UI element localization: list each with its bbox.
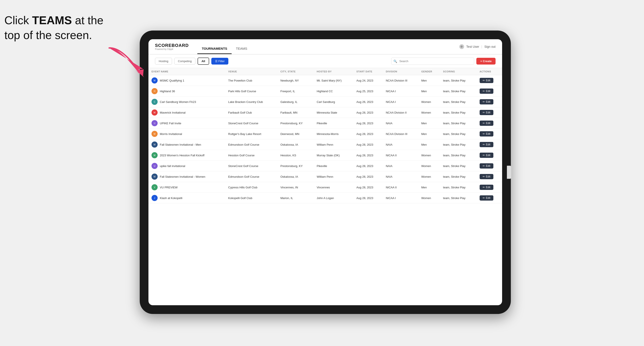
cell-venue-3: Faribault Golf Club [225,107,277,118]
cell-city-10: Vincennes, IN [277,182,314,193]
table-row: M 2023 Women's Hesston Fall Kickoff Hess… [148,150,502,161]
hosting-button[interactable]: Hosting [155,58,172,65]
edit-button-5[interactable]: ✏ Edit [480,131,494,137]
event-name-0: MSMC Qualifying 1 [160,79,184,82]
cell-event-7: M 2023 Women's Hesston Fall Kickoff [148,150,225,161]
cell-gender-6: Men [418,139,440,150]
table-row: M Morris Invitational Ruttger's Bay Lake… [148,129,502,139]
cell-venue-7: Hesston Golf Course [225,150,277,161]
edit-icon-8: ✏ [483,165,485,168]
table-row: U upike fall invitational StoneCrest Gol… [148,161,502,171]
edit-button-3[interactable]: ✏ Edit [480,110,494,115]
table-container[interactable]: EVENT NAME VENUE CITY, STATE HOSTED BY S… [148,68,502,305]
edit-button-7[interactable]: ✏ Edit [480,153,494,158]
filter-button[interactable]: ☰ Filter [211,58,228,65]
settings-icon[interactable]: ⚙ [459,44,464,49]
table-row: M Maverick Invitational Faribault Golf C… [148,107,502,118]
competing-button[interactable]: Competing [174,58,196,65]
cell-gender-1: Men [418,86,440,97]
cell-scoring-5: team, Stroke Play [440,129,476,139]
cell-hosted-6: William Penn [314,139,354,150]
cell-scoring-2: team, Stroke Play [440,97,476,107]
cell-city-0: Newburgh, NY [277,75,314,86]
create-button[interactable]: + Create [476,58,496,65]
edit-button-4[interactable]: ✏ Edit [480,121,494,126]
tablet-frame: SCOREBOARD Powered by Clippit TOURNAMENT… [140,30,511,314]
cell-hosted-7: Murray State (OK) [314,150,354,161]
table-row: V VU PREVIEW Cypress Hills Golf Club Vin… [148,182,502,193]
logo-sub: Powered by Clippit [155,48,188,50]
cell-hosted-5: Minnesota-Morris [314,129,354,139]
instruction-text: Click TEAMS at thetop of the screen. [4,13,104,42]
cell-event-5: M Morris Invitational [148,129,225,139]
cell-scoring-10: team, Stroke Play [440,182,476,193]
cell-scoring-1: team, Stroke Play [440,86,476,97]
edit-button-9[interactable]: ✏ Edit [480,174,494,179]
event-name-10: VU PREVIEW [160,186,178,189]
cell-city-7: Hesston, KS [277,150,314,161]
user-label: Test User [466,45,479,48]
cell-actions-11: ✏ Edit [476,193,502,203]
event-name-5: Morris Invitational [160,132,182,136]
table-row: C Carl Sandburg Women FA23 Lake Bracken … [148,97,502,107]
team-logo-1: H [152,88,158,94]
cell-division-4: NAIA [383,118,418,129]
team-logo-10: V [152,184,158,190]
cell-date-9: Aug 28, 2023 [353,171,383,182]
nav-right: ⚙ Test User | Sign out [459,44,496,49]
cell-scoring-11: team, Stroke Play [440,193,476,203]
cell-city-1: Freeport, IL [277,86,314,97]
cell-hosted-11: John A Logan [314,193,354,203]
team-logo-5: M [152,131,158,137]
cell-division-8: NAIA [383,161,418,171]
edit-icon-9: ✏ [483,175,485,178]
table-header-row: EVENT NAME VENUE CITY, STATE HOSTED BY S… [148,68,502,75]
tournaments-table: EVENT NAME VENUE CITY, STATE HOSTED BY S… [148,68,502,203]
cell-actions-5: ✏ Edit [476,129,502,139]
table-row: J Klash at Kokopelli Kokopelli Golf Club… [148,193,502,203]
tab-tournaments[interactable]: TOURNAMENTS [197,39,232,54]
cell-city-4: Prestonsburg, KY [277,118,314,129]
all-button[interactable]: All [198,58,209,65]
edit-button-0[interactable]: ✏ Edit [480,78,494,83]
cell-venue-2: Lake Bracken Country Club [225,97,277,107]
cell-hosted-10: Vincennes [314,182,354,193]
cell-date-10: Aug 28, 2023 [353,182,383,193]
table-row: W Fall Statesmen Invitational - Women Ed… [148,171,502,182]
cell-scoring-0: team, Stroke Play [440,75,476,86]
side-tab [507,166,511,179]
cell-date-2: Aug 26, 2023 [353,97,383,107]
edit-button-11[interactable]: ✏ Edit [480,195,494,200]
event-name-8: upike fall invitational [160,165,185,168]
edit-icon-0: ✏ [483,79,485,82]
edit-icon-1: ✏ [483,90,485,93]
cell-scoring-9: team, Stroke Play [440,171,476,182]
col-hosted-by: HOSTED BY [314,68,354,75]
cell-event-8: U upike fall invitational [148,161,225,171]
edit-button-1[interactable]: ✏ Edit [480,89,494,94]
event-name-2: Carl Sandburg Women FA23 [160,100,196,104]
edit-button-10[interactable]: ✏ Edit [480,185,494,190]
cell-event-3: M Maverick Invitational [148,107,225,118]
col-city-state: CITY, STATE [277,68,314,75]
cell-scoring-3: team, Stroke Play [440,107,476,118]
teams-highlight: TEAMS [32,14,72,27]
cell-date-8: Aug 28, 2023 [353,161,383,171]
cell-venue-0: The Powelton Club [225,75,277,86]
team-logo-11: J [152,195,158,201]
tab-teams[interactable]: TEAMS [232,39,252,54]
cell-event-11: J Klash at Kokopelli [148,193,225,203]
col-gender: GENDER [418,68,440,75]
sign-out-link[interactable]: Sign out [484,45,496,48]
cell-scoring-7: team, Stroke Play [440,150,476,161]
cell-event-2: C Carl Sandburg Women FA23 [148,97,225,107]
edit-button-6[interactable]: ✏ Edit [480,142,494,147]
edit-button-8[interactable]: ✏ Edit [480,163,494,169]
cell-city-9: Oskaloosa, IA [277,171,314,182]
table-row: W Fall Statesmen Invitational - Men Edmu… [148,139,502,150]
edit-button-2[interactable]: ✏ Edit [480,99,494,104]
cell-date-11: Aug 28, 2023 [353,193,383,203]
cell-date-7: Aug 28, 2023 [353,150,383,161]
cell-gender-11: Women [418,193,440,203]
search-input[interactable] [391,58,474,65]
